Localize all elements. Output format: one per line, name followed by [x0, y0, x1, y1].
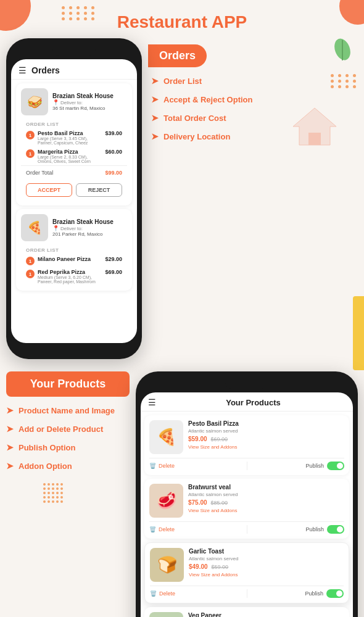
order-item-info-2: Margerita Pizza Large (Serve 2, 8.33 CM)… — [38, 149, 102, 164]
product-price-row-3: $49.00 $59.00 — [189, 563, 238, 570]
price-new-1: $59.00 — [188, 436, 207, 442]
restaurant-img-1: 🥪 — [21, 88, 48, 115]
publish-action-2: Publish — [251, 525, 345, 534]
hamburger-icon[interactable]: ☰ — [19, 65, 27, 75]
delete-label-3: Delete — [159, 590, 175, 597]
restaurant-emoji-1: 🥪 — [21, 88, 48, 115]
feature-total-cost: ➤ Total Order Cost — [151, 113, 358, 123]
publish-label-1: Publish — [305, 463, 324, 469]
chevron-icon-4: ➤ — [151, 131, 159, 141]
feature-delivery: ➤ Delivery Location — [151, 131, 358, 141]
order-item-name-2: Margerita Pizza — [38, 149, 102, 155]
order-item-info-1: Pesto Basil Pizza Large (Serve 3, 3.45 C… — [38, 130, 102, 145]
order-item-name-3: Milano Paneer Pizza — [38, 256, 102, 262]
publish-toggle-1[interactable] — [327, 462, 344, 470]
product-price-row-1: $59.00 $69.00 — [188, 436, 239, 442]
order-item-price-2: $60.00 — [105, 149, 122, 155]
deliver-label-1: Deliver to: — [60, 100, 83, 106]
screen-header-orders: ☰ Orders — [11, 59, 137, 80]
chevron-icon-1: ➤ — [151, 76, 159, 86]
product-name-3: Garlic Toast — [189, 548, 238, 555]
order-item-info-3: Milano Paneer Pizza — [38, 256, 102, 262]
order-total-price: $99.00 — [105, 170, 122, 176]
view-size-1[interactable]: View Size and Addons — [188, 444, 239, 450]
publish-toggle-2[interactable] — [327, 525, 344, 534]
view-size-2[interactable]: View Size and Addons — [188, 508, 238, 513]
order-list-label-1: ORDER LIST — [21, 119, 127, 128]
action-divider-1 — [247, 462, 247, 470]
order-item-desc-2: Large (Serve 2, 8.33 CM), Onions, Olives… — [38, 155, 102, 164]
phone-orders: ☰ Orders 🥪 Brazian Steak House 📍 Deliver… — [6, 38, 142, 359]
restaurant-info-1: Brazian Steak House 📍 Deliver to: 36 St … — [52, 93, 114, 111]
products-banner: Your Products — [6, 371, 130, 397]
products-info-panel: Your Products ➤ Product Name and Image ➤… — [6, 371, 130, 617]
accept-button[interactable]: ACCEPT — [26, 183, 72, 197]
feature-label-addon-option: Addon Option — [19, 462, 72, 471]
decor-dots-products — [43, 483, 130, 503]
deliver-to-1: 📍 Deliver to: — [52, 99, 114, 106]
product-info-2: Bratwurst veal Atlantic salmon served $7… — [188, 484, 238, 518]
product-screen-header: ☰ Your Products — [141, 392, 353, 412]
product-price-row-2: $75.00 $85.00 — [188, 499, 238, 506]
restaurant-name-2: Brazian Steak House — [52, 218, 114, 225]
product-name-4: Veg Paneer — [188, 612, 238, 617]
product-info-1: Pesto Basil Pizza Atlantic salmon served… — [188, 420, 239, 454]
product-emoji-3: 🍞 — [150, 548, 184, 582]
delete-button-3[interactable]: 🗑️ Delete — [150, 590, 243, 597]
trash-icon-1: 🗑️ — [149, 463, 156, 469]
bottom-section: Your Products ➤ Product Name and Image ➤… — [0, 371, 364, 617]
publish-action-1: Publish — [251, 462, 345, 470]
address-1: 36 St martin Rd, Maxico — [52, 106, 114, 111]
feature-order-list: ➤ Order List — [151, 76, 358, 86]
delete-label-1: Delete — [159, 463, 175, 469]
restaurant-info-2: Brazian Steak House 📍 Deliver to: 201 Pa… — [52, 218, 114, 237]
chevron-icon-7: ➤ — [6, 442, 14, 452]
order-item-price-4: $69.00 — [105, 269, 122, 275]
publish-action-3: Publish — [251, 589, 344, 598]
product-img-1: 🍕 — [149, 420, 183, 454]
restaurant-img-2: 🍕 — [21, 214, 48, 241]
order-item-4: 1 Red Peprika Pizza Medium (Serve 3, 6.2… — [21, 267, 127, 286]
view-size-3[interactable]: View Size and Addons — [189, 572, 238, 578]
reject-button[interactable]: REJECT — [76, 183, 122, 197]
action-divider-2 — [247, 525, 247, 534]
feature-add-delete: ➤ Add or Delete Product — [6, 424, 130, 434]
hamburger-icon-2[interactable]: ☰ — [148, 397, 156, 407]
product-card-3: 🍞 Garlic Toast Atlantic salmon served $4… — [144, 542, 349, 603]
price-old-1: $69.00 — [211, 436, 228, 442]
order-item-name-1: Pesto Basil Pizza — [38, 130, 102, 136]
delete-button-2[interactable]: 🗑️ Delete — [149, 526, 243, 532]
feature-label-total-cost: Total Order Cost — [163, 114, 226, 123]
order-card-1-header: 🥪 Brazian Steak House 📍 Deliver to: 36 S… — [21, 88, 127, 115]
publish-label-3: Publish — [305, 590, 323, 597]
publish-toggle-3[interactable] — [326, 589, 344, 598]
phone-notch-1 — [52, 47, 96, 56]
publish-label-2: Publish — [305, 526, 324, 532]
restaurant-emoji-2: 🍕 — [21, 214, 48, 241]
order-list-label-2: ORDER LIST — [21, 245, 127, 254]
top-section: ☰ Orders 🥪 Brazian Steak House 📍 Deliver… — [0, 38, 364, 359]
pin-icon-1: 📍 — [52, 99, 59, 106]
chevron-icon-8: ➤ — [6, 461, 14, 471]
product-name-2: Bratwurst veal — [188, 484, 238, 491]
order-item-desc-4: Medium (Serve 3, 6.20 CM), Paneer, Red p… — [38, 275, 102, 284]
order-item-info-4: Red Peprika Pizza Medium (Serve 3, 6.20 … — [38, 269, 102, 284]
product-actions-2: 🗑️ Delete Publish — [149, 521, 344, 534]
price-new-3: $49.00 — [189, 563, 208, 570]
delete-button-1[interactable]: 🗑️ Delete — [149, 463, 243, 469]
order-num-1: 1 — [26, 131, 35, 139]
orders-info-panel: Orders ➤ Order List ➤ Accept & Reject Op… — [148, 38, 358, 359]
restaurant-name-1: Brazian Steak House — [52, 93, 114, 99]
product-img-3: 🍞 — [150, 548, 184, 582]
product-img-4: 🥘 — [149, 612, 183, 617]
order-num-4: 1 — [26, 270, 35, 278]
product-card-2: 🥩 Bratwurst veal Atlantic salmon served … — [144, 479, 349, 539]
phone-screen-products: ☰ Your Products 🍕 Pesto Basil Pizza Atla… — [141, 392, 353, 617]
trash-icon-2: 🗑️ — [149, 526, 156, 532]
feature-product-name: ➤ Product Name and Image — [6, 405, 130, 415]
order-item-price-1: $39.00 — [105, 130, 122, 136]
order-total-label: Order Total — [26, 170, 53, 176]
product-emoji-1: 🍕 — [149, 420, 183, 454]
product-emoji-4: 🥘 — [149, 612, 183, 617]
chevron-icon-5: ➤ — [6, 405, 14, 415]
